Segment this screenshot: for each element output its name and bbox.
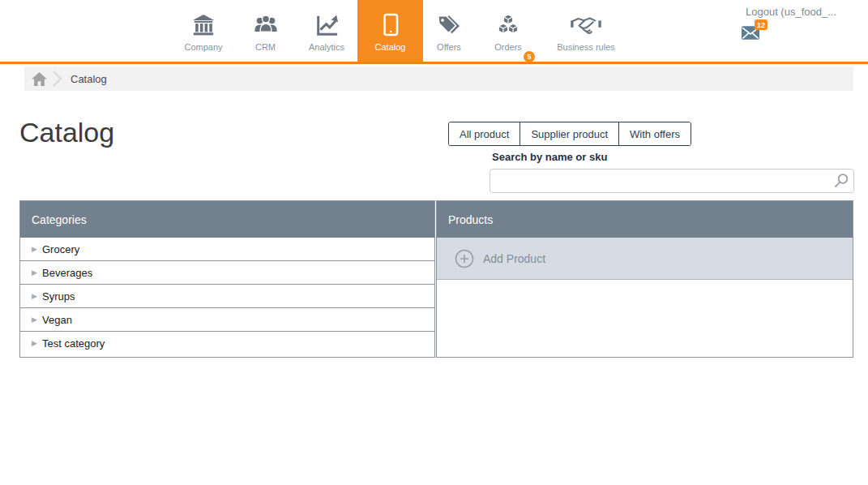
cubes-icon (495, 11, 521, 39)
chart-icon (314, 11, 339, 39)
logout-link[interactable]: Logout (us_food_... (746, 6, 859, 18)
products-panel: Products Add Product (436, 200, 853, 358)
nav-item-crm[interactable]: CRM (235, 0, 296, 62)
nav-label-analytics: Analytics (309, 42, 344, 52)
breadcrumb-current: Catalog (71, 73, 107, 85)
filter-with-offers-button[interactable]: With offers (618, 122, 691, 145)
nav-item-analytics[interactable]: Analytics (296, 0, 357, 62)
breadcrumb: Catalog (24, 67, 853, 91)
add-product-button[interactable]: Add Product (437, 238, 853, 280)
category-label: Grocery (42, 243, 79, 255)
category-row-grocery[interactable]: ▶ Grocery (20, 238, 434, 261)
search-label: Search by name or sku (492, 151, 607, 163)
nav-label-orders: Orders (494, 42, 522, 52)
category-label: Test category (42, 337, 105, 350)
category-label: Syrups (42, 290, 75, 303)
add-product-label: Add Product (483, 252, 545, 265)
nav-item-company[interactable]: Company (172, 0, 235, 62)
caret-right-icon[interactable]: ▶ (32, 246, 42, 253)
category-row-syrups[interactable]: ▶ Syrups (20, 285, 434, 308)
category-label: Beverages (42, 267, 92, 279)
nav-item-offers[interactable]: Offers (423, 0, 475, 62)
top-navigation-bar: Company CRM (0, 0, 868, 64)
caret-right-icon[interactable]: ▶ (32, 316, 42, 324)
search-input[interactable] (490, 169, 854, 193)
plus-circle-icon (455, 249, 474, 268)
nav-label-business-rules: Business rules (557, 42, 615, 52)
category-row-test-category[interactable]: ▶ Test category (20, 332, 434, 355)
categories-panel: Categories ▶ Grocery ▶ Beverages ▶ Syrup… (19, 200, 435, 358)
home-breadcrumb-link[interactable] (32, 72, 47, 86)
nav-label-crm: CRM (255, 42, 276, 52)
nav-label-catalog: Catalog (375, 42, 406, 52)
messages-button[interactable]: 12 (742, 26, 761, 42)
bank-icon (191, 11, 216, 39)
orders-count-badge: 5 (524, 51, 535, 62)
caret-right-icon[interactable]: ▶ (32, 269, 42, 277)
caret-right-icon[interactable]: ▶ (32, 340, 42, 347)
catalog-page: Company CRM (0, 0, 868, 485)
tablet-icon (379, 11, 402, 39)
caret-right-icon[interactable]: ▶ (32, 293, 42, 300)
category-label: Vegan (42, 314, 72, 326)
mail-count-badge: 12 (755, 19, 768, 30)
category-row-vegan[interactable]: ▶ Vegan (20, 308, 434, 332)
category-row-beverages[interactable]: ▶ Beverages (20, 261, 434, 285)
nav-label-company: Company (184, 42, 222, 52)
chevron-right-icon (52, 70, 62, 88)
handshake-icon (570, 11, 602, 39)
product-filter-group: All product Supplier product With offers (448, 122, 691, 146)
home-icon (32, 72, 47, 86)
account-area: Logout (us_food_... 12 (746, 6, 859, 42)
products-header: Products (437, 201, 853, 238)
filter-supplier-product-button[interactable]: Supplier product (520, 122, 618, 145)
search-icon[interactable] (833, 173, 849, 189)
categories-header: Categories (20, 201, 434, 238)
people-icon (253, 11, 279, 39)
tags-icon (436, 11, 462, 39)
search-box (490, 169, 854, 193)
nav-item-orders[interactable]: Orders 5 (475, 0, 541, 62)
nav-item-business-rules[interactable]: Business rules (541, 0, 631, 62)
nav-item-catalog[interactable]: Catalog (357, 0, 423, 62)
nav-items: Company CRM (172, 0, 631, 62)
page-title: Catalog (19, 117, 114, 148)
filter-all-product-button[interactable]: All product (449, 122, 520, 145)
nav-label-offers: Offers (437, 42, 461, 52)
